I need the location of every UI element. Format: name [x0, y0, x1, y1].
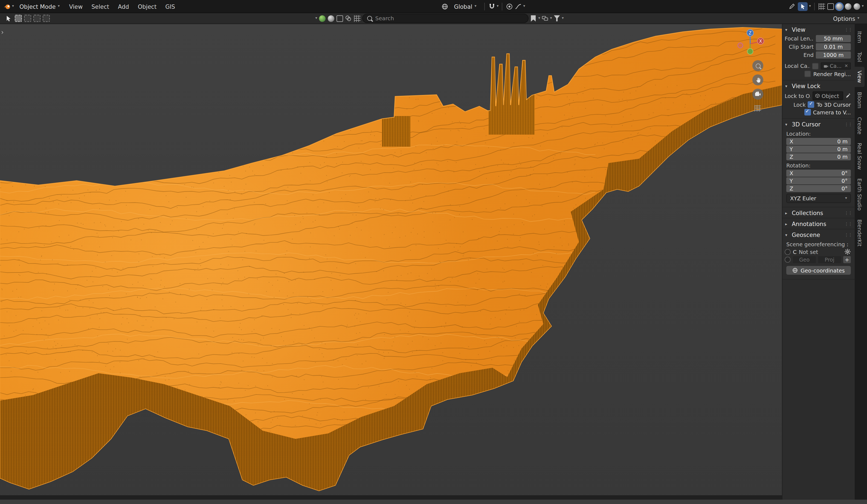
axis-y-ball[interactable]: [747, 49, 753, 54]
add-crs-button[interactable]: +: [843, 256, 851, 263]
cursor-location-z-field[interactable]: Z 0 m: [786, 153, 851, 160]
shading-pill-chevron-icon[interactable]: ▾: [315, 17, 317, 20]
snap-magnet-icon[interactable]: [488, 2, 495, 10]
menu-view[interactable]: View: [65, 2, 86, 11]
tab-blenderkit[interactable]: BlenderKit: [855, 216, 864, 250]
scene-lights-icon[interactable]: [328, 15, 334, 22]
close-icon[interactable]: ✕: [845, 64, 848, 68]
show-overlays-icon[interactable]: [818, 3, 825, 10]
app-menu-chevron-icon[interactable]: ▾: [12, 4, 14, 8]
panel-3d-cursor-header[interactable]: ▾ 3D Cursor ⋮⋮: [782, 119, 855, 129]
menu-add[interactable]: Add: [114, 2, 133, 11]
tab-earth-studio[interactable]: Earth Studio: [855, 175, 864, 215]
tweak-tool-icon[interactable]: [3, 14, 13, 23]
scene-world-icon[interactable]: [336, 15, 343, 22]
cursor-location-y-field[interactable]: Y 0 m: [786, 146, 851, 153]
clip-end-field[interactable]: 1000 m: [816, 52, 851, 58]
rotation-mode-dropdown[interactable]: XYZ Euler ▾: [786, 194, 851, 203]
cursor-rotation-z-field[interactable]: Z 0°: [786, 185, 851, 192]
gizmo-dropdown-chevron-icon[interactable]: ▾: [809, 4, 811, 8]
projection-radio[interactable]: [785, 257, 791, 263]
select-mode-extend-icon[interactable]: [24, 15, 31, 22]
toolbar-expand-icon[interactable]: ›: [1, 29, 4, 36]
terrain-mesh[interactable]: [0, 24, 782, 500]
menu-gis[interactable]: GIS: [161, 2, 179, 11]
search-placeholder: Search: [375, 15, 394, 21]
crs-radio[interactable]: [785, 249, 791, 255]
shading-solid-icon[interactable]: [836, 3, 843, 10]
filter-icon[interactable]: [554, 15, 560, 21]
ortho-perspective-icon[interactable]: [752, 103, 763, 114]
material-preview-icon[interactable]: [319, 15, 325, 22]
bookmark-icon[interactable]: [531, 15, 536, 22]
bookmark-dropdown-chevron-icon[interactable]: ▾: [538, 17, 540, 20]
cursor-rotation-x-field[interactable]: X 0°: [786, 170, 851, 177]
drag-handle-icon[interactable]: ⋮⋮: [844, 232, 852, 237]
options-button[interactable]: Options ▾: [829, 14, 864, 23]
shading-wireframe-icon[interactable]: [827, 3, 834, 10]
viewport-3d[interactable]: › Z X: [0, 24, 782, 500]
drag-handle-icon[interactable]: ⋮⋮: [844, 27, 852, 32]
local-camera-checkbox[interactable]: [812, 63, 818, 69]
camera-view-icon[interactable]: [752, 89, 763, 100]
render-pass-icon[interactable]: [344, 14, 352, 22]
chevron-down-icon: ▾: [474, 4, 476, 8]
tab-item[interactable]: Item: [855, 28, 864, 47]
display-dropdown-chevron-icon[interactable]: ▾: [550, 17, 552, 20]
lock-object-field[interactable]: Object: [812, 92, 843, 100]
menu-select[interactable]: Select: [87, 2, 113, 11]
geo-coordinates-button[interactable]: Geo-coordinates: [786, 266, 851, 275]
cursor-rotation-y-field[interactable]: Y 0°: [786, 177, 851, 184]
gear-icon[interactable]: [844, 248, 851, 255]
search-input[interactable]: Search: [362, 14, 528, 23]
focal-length-field[interactable]: 50 mm: [816, 35, 851, 42]
to-3d-cursor-checkbox[interactable]: [808, 101, 814, 108]
orientation-selector[interactable]: Global ▾: [450, 2, 481, 11]
tab-create[interactable]: Create: [855, 113, 864, 138]
falloff-curve-icon[interactable]: [514, 2, 522, 10]
drag-handle-icon[interactable]: ⋮⋮: [844, 221, 852, 226]
blender-logo-icon[interactable]: [3, 2, 11, 10]
tab-real-snow[interactable]: Real Snow: [855, 139, 864, 174]
proj-field[interactable]: Proj: [818, 256, 841, 263]
clip-start-field[interactable]: 0.01 m: [816, 43, 851, 50]
panel-view-lock-header[interactable]: ▾ View Lock: [782, 81, 855, 91]
shading-dropdown-chevron-icon[interactable]: ▾: [862, 4, 864, 8]
menu-object[interactable]: Object: [134, 2, 160, 11]
panel-geoscene-header[interactable]: ▾ Geoscene ⋮⋮: [782, 229, 855, 240]
blender-window: ▾ Object Mode ▾ View Select Add Object G…: [0, 0, 867, 504]
render-region-checkbox[interactable]: [805, 71, 811, 77]
shading-rendered-icon[interactable]: [854, 3, 860, 10]
tab-view[interactable]: View: [855, 67, 864, 87]
viewport-grid-icon[interactable]: [354, 15, 360, 22]
geo-field[interactable]: Geo: [793, 256, 816, 263]
annotate-tool-icon[interactable]: [787, 2, 797, 11]
panel-collections-header[interactable]: ▸ Collections ⋮⋮: [782, 207, 855, 218]
falloff-dropdown-chevron-icon[interactable]: ▾: [523, 4, 525, 8]
cursor-location-x-field[interactable]: X 0 m: [786, 138, 851, 145]
local-camera-field[interactable]: Ca... ✕: [821, 62, 851, 69]
pan-hand-icon[interactable]: [752, 74, 763, 85]
camera-to-view-checkbox[interactable]: [804, 109, 811, 116]
select-mode-new-icon[interactable]: [15, 15, 22, 22]
axis-neg-x-ball[interactable]: [738, 43, 743, 48]
shading-material-icon[interactable]: [845, 3, 852, 10]
zoom-icon[interactable]: [752, 60, 763, 71]
display-mode-icon[interactable]: [541, 14, 549, 22]
snap-dropdown-chevron-icon[interactable]: ▾: [496, 4, 499, 8]
filter-dropdown-chevron-icon[interactable]: ▾: [562, 17, 564, 20]
panel-view-header[interactable]: ▾ View ⋮⋮: [782, 24, 855, 34]
tab-tool[interactable]: Tool: [855, 48, 864, 66]
eyedropper-icon[interactable]: [845, 93, 851, 98]
gizmo-toggle-icon[interactable]: [798, 2, 808, 11]
drag-handle-icon[interactable]: ⋮⋮: [844, 122, 852, 127]
mode-selector[interactable]: Object Mode ▾: [15, 2, 64, 11]
select-mode-intersect-icon[interactable]: [43, 15, 50, 22]
drag-handle-icon[interactable]: ⋮⋮: [844, 211, 852, 215]
transform-orientation-icon[interactable]: [441, 2, 448, 10]
panel-annotations-header[interactable]: ▸ Annotations ⋮⋮: [782, 218, 855, 229]
proportional-edit-icon[interactable]: [506, 2, 513, 10]
axis-gizmo[interactable]: Z X: [735, 28, 766, 58]
tab-bloom[interactable]: Bloom: [855, 88, 864, 112]
select-mode-subtract-icon[interactable]: [33, 15, 41, 22]
